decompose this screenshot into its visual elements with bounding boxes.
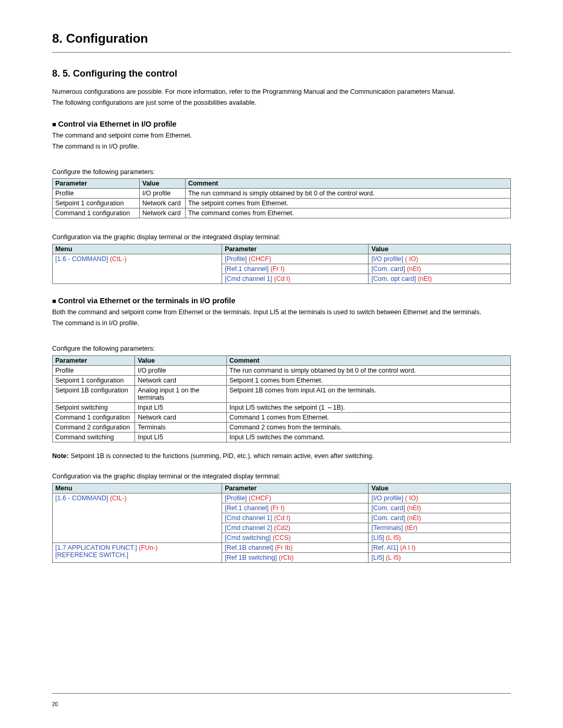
table-row: Command 1 configuration Network card The… <box>53 208 511 218</box>
table-row: Command switchingInput LI5Input LI5 swit… <box>53 432 511 442</box>
block2-params-table: Parameter Value Comment ProfileI/O profi… <box>52 355 511 442</box>
th-parameter: Parameter <box>222 483 369 493</box>
table-row: Setpoint switchingInput LI5Input LI5 swi… <box>53 402 511 412</box>
th-value: Value <box>135 355 227 365</box>
th-parameter: Parameter <box>53 355 135 365</box>
table-row: Profile I/O profile The run command is s… <box>53 189 511 199</box>
block1-menu-table: Menu Parameter Value [1.6 - COMMAND] (Ct… <box>52 244 511 284</box>
block2-note: Note: Setpoint 1B is connected to the fu… <box>52 452 511 461</box>
th-value: Value <box>140 179 186 189</box>
block1-p2: The command is in I/O profile. <box>52 142 511 151</box>
table-row: Command 1 configurationNetwork cardComma… <box>53 412 511 422</box>
block2-p4: Configuration via the graphic display te… <box>52 472 511 481</box>
table-row: Setpoint 1B configurationAnalog input 1 … <box>53 385 511 402</box>
block2-menu-table: Menu Parameter Value [1.6 - COMMAND] (Ct… <box>52 483 511 563</box>
chapter-divider <box>52 52 511 53</box>
th-menu: Menu <box>53 483 222 493</box>
block2-heading: Control via Ethernet or the terminals in… <box>52 297 511 305</box>
th-parameter: Parameter <box>53 179 140 189</box>
section-title: 8. 5. Configuring the control <box>52 68 511 79</box>
footer-divider <box>52 693 511 694</box>
chapter-title: 8. Configuration <box>52 31 511 46</box>
table-row: Setpoint 1 configurationNetwork cardSetp… <box>53 375 511 385</box>
table-row: [1.6 - COMMAND] (CtL-) [Profile] (CHCF) … <box>53 254 511 264</box>
block1-params-table: Parameter Value Comment Profile I/O prof… <box>52 178 511 218</box>
block2-p3: Configure the following parameters: <box>52 344 511 353</box>
block1-p1: The command and setpoint come from Ether… <box>52 131 511 140</box>
block2-p2: The command is in I/O profile. <box>52 319 511 328</box>
th-comment: Comment <box>185 179 510 189</box>
intro-p1: Numerous configurations are possible. Fo… <box>52 88 511 96</box>
block2-p1: Both the command and setpoint come from … <box>52 308 511 317</box>
page-number: 20 <box>52 701 58 707</box>
th-value: Value <box>369 483 511 493</box>
table-row: [1.6 - COMMAND] (CtL-) [Profile] (CHCF) … <box>53 493 511 503</box>
th-value: Value <box>369 244 511 254</box>
block1-p4: Configuration via the graphic display te… <box>52 233 511 242</box>
intro-p2: The following configurations are just so… <box>52 98 511 107</box>
th-parameter: Parameter <box>222 244 369 254</box>
table-row: [1.7 APPLICATION FUNCT.] (FUn-)[REFERENC… <box>53 542 511 552</box>
block1-p3: Configure the following parameters: <box>52 168 511 177</box>
table-row: Command 2 configurationTerminalsCommand … <box>53 422 511 432</box>
table-row: ProfileI/O profileThe run command is sim… <box>53 365 511 375</box>
th-comment: Comment <box>227 355 511 365</box>
th-menu: Menu <box>53 244 222 254</box>
table-row: Setpoint 1 configuration Network card Th… <box>53 199 511 208</box>
block1-heading: Control via Ethernet in I/O profile <box>52 120 511 128</box>
